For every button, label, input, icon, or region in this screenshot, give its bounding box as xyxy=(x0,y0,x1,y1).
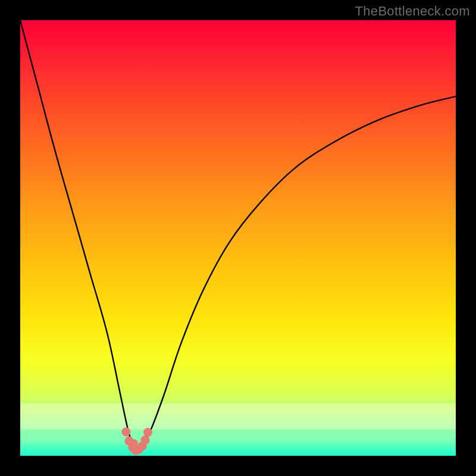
green-zone xyxy=(20,427,456,456)
highlight-band xyxy=(20,403,456,430)
watermark-text: TheBottleneck.com xyxy=(355,4,470,19)
bottleneck-curve xyxy=(20,20,456,456)
plot-area xyxy=(20,20,456,456)
chart-frame: TheBottleneck.com xyxy=(0,0,476,476)
